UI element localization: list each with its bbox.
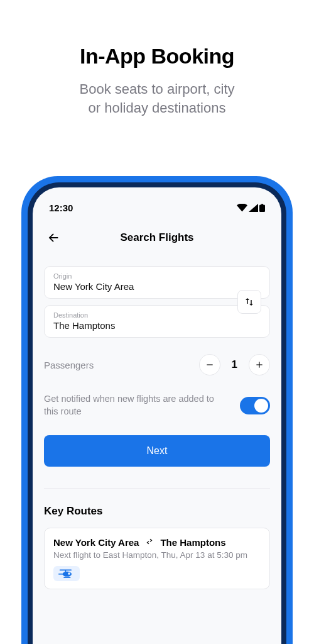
- origin-field[interactable]: Origin New York City Area: [44, 266, 270, 299]
- passengers-stepper: 1: [199, 354, 270, 375]
- helicopter-icon: [58, 569, 75, 579]
- transport-chip: [53, 566, 80, 581]
- svg-rect-8: [58, 574, 63, 575]
- destination-label: Destination: [53, 311, 261, 319]
- status-bar: 12:30: [44, 199, 270, 213]
- increment-button[interactable]: [249, 354, 270, 375]
- svg-rect-0: [259, 205, 265, 213]
- route-card-header: New York City Area The Hamptons: [53, 537, 261, 548]
- next-button[interactable]: Next: [44, 435, 270, 467]
- origin-label: Origin: [53, 272, 261, 280]
- notify-row: Get notified when new flights are added …: [44, 393, 270, 418]
- svg-rect-2: [207, 364, 212, 365]
- notify-toggle[interactable]: [240, 397, 270, 414]
- passengers-count: 1: [232, 358, 237, 371]
- destination-field[interactable]: Destination The Hamptons: [44, 305, 270, 338]
- plus-icon: [255, 360, 264, 369]
- passengers-row: Passengers 1: [44, 354, 270, 375]
- svg-rect-10: [63, 577, 70, 578]
- route-from: New York City Area: [53, 537, 139, 548]
- signal-icon: [249, 204, 258, 212]
- toggle-knob: [254, 399, 268, 413]
- promo-title: In-App Booking: [0, 44, 314, 69]
- page-title: Search Flights: [46, 231, 268, 244]
- svg-point-9: [68, 572, 70, 575]
- route-subtitle: Next flight to East Hampton, Thu, Apr 13…: [53, 550, 261, 560]
- wifi-icon: [237, 204, 247, 212]
- swap-vertical-icon: [244, 296, 255, 308]
- device-screen: 12:30 Search Flights Origin New York Cit…: [33, 187, 281, 644]
- divider: [44, 488, 270, 489]
- origin-value: New York City Area: [53, 281, 261, 292]
- passengers-label: Passengers: [44, 360, 94, 370]
- svg-point-7: [63, 572, 72, 577]
- swap-horizontal-icon: [145, 537, 154, 548]
- status-time: 12:30: [49, 203, 73, 213]
- decrement-button[interactable]: [199, 354, 220, 375]
- route-fields: Origin New York City Area Destination Th…: [44, 266, 270, 338]
- minus-icon: [205, 360, 214, 369]
- swap-button[interactable]: [237, 290, 261, 314]
- key-routes-title: Key Routes: [44, 505, 270, 518]
- notify-label: Get notified when new flights are added …: [44, 393, 227, 418]
- device-frame-mid: 12:30 Search Flights Origin New York Cit…: [28, 182, 286, 644]
- promo-subtitle: Book seats to airport, city or holiday d…: [0, 80, 314, 117]
- svg-rect-4: [259, 362, 259, 367]
- device-frame-outer: 12:30 Search Flights Origin New York Cit…: [21, 176, 293, 644]
- route-to: The Hamptons: [160, 537, 225, 548]
- battery-icon: [259, 204, 265, 212]
- status-icons: [237, 204, 265, 212]
- svg-rect-1: [261, 204, 263, 205]
- screen-header: Search Flights: [44, 231, 270, 245]
- destination-value: The Hamptons: [53, 320, 261, 331]
- route-card[interactable]: New York City Area The Hamptons Next fli…: [44, 528, 270, 589]
